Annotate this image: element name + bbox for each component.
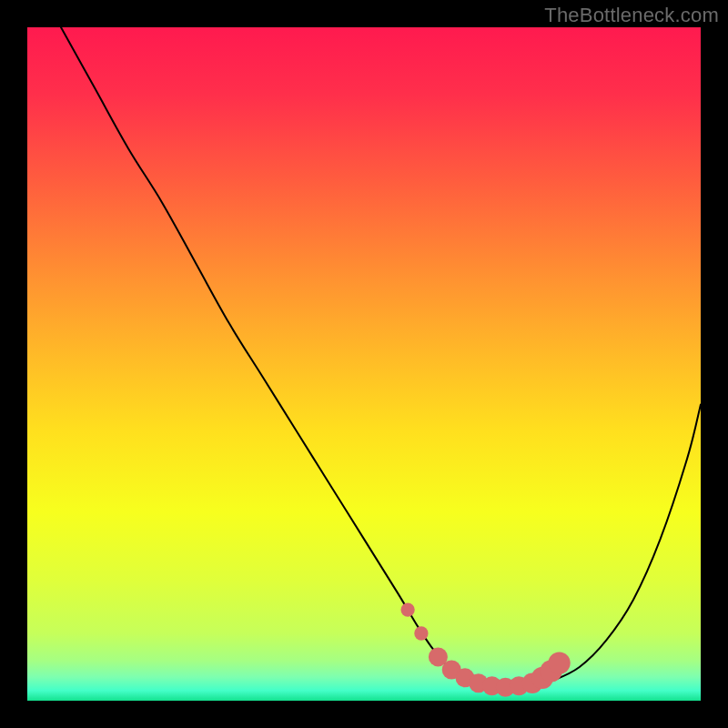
highlight-dot <box>414 626 428 640</box>
attribution-text: TheBottleneck.com <box>544 4 719 27</box>
chart-svg <box>27 27 701 701</box>
chart-container: TheBottleneck.com <box>0 0 728 728</box>
plot-area <box>27 27 701 701</box>
highlight-dot <box>400 602 414 616</box>
gradient-background <box>27 27 701 701</box>
highlight-dot <box>548 652 570 673</box>
